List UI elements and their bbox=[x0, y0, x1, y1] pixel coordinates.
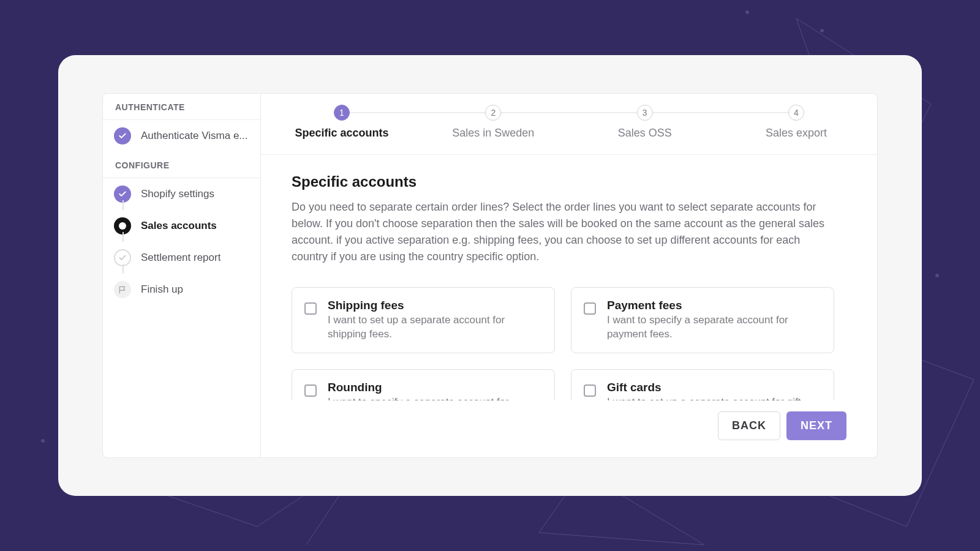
check-icon bbox=[114, 127, 131, 144]
svg-point-3 bbox=[42, 440, 45, 443]
option-title: Payment fees bbox=[607, 299, 820, 312]
option-desc: I want to set up a separate account for … bbox=[607, 395, 820, 400]
sidebar-item-shopify-settings[interactable]: Shopify settings bbox=[103, 178, 260, 210]
option-gift-cards[interactable]: Gift cards I want to set up a separate a… bbox=[571, 369, 834, 400]
step-sales-in-sweden[interactable]: 2 Sales in Sweden bbox=[444, 105, 542, 140]
page-title: Specific accounts bbox=[292, 173, 846, 190]
stepper: 1 Specific accounts 2 Sales in Sweden 3 … bbox=[261, 94, 877, 155]
svg-point-0 bbox=[821, 29, 824, 32]
flag-icon bbox=[114, 281, 131, 298]
sidebar-item-label: Finish up bbox=[141, 283, 183, 296]
option-shipping-fees[interactable]: Shipping fees I want to set up a separat… bbox=[292, 287, 555, 353]
checkbox[interactable] bbox=[304, 302, 317, 315]
option-title: Shipping fees bbox=[328, 299, 541, 312]
svg-point-1 bbox=[936, 274, 939, 277]
option-payment-fees[interactable]: Payment fees I want to specify a separat… bbox=[571, 287, 834, 353]
back-button[interactable]: BACK bbox=[718, 411, 780, 440]
step-specific-accounts[interactable]: 1 Specific accounts bbox=[293, 105, 391, 140]
sidebar-item-label: Sales accounts bbox=[141, 220, 217, 232]
sidebar-item-finish-up[interactable]: Finish up bbox=[103, 274, 260, 305]
step-label: Sales in Sweden bbox=[452, 127, 534, 140]
checkbox[interactable] bbox=[584, 302, 596, 315]
svg-point-4 bbox=[746, 11, 749, 14]
option-rounding[interactable]: Rounding I want to specify a separate ac… bbox=[292, 369, 555, 400]
setup-panel: AUTHENTICATE Authenticate Visma e... CON… bbox=[102, 93, 878, 458]
step-label: Sales export bbox=[766, 127, 827, 140]
step-sales-export[interactable]: 4 Sales export bbox=[747, 105, 845, 140]
sidebar-item-settlement-report[interactable]: Settlement report bbox=[103, 242, 260, 274]
stepper-connector bbox=[341, 112, 797, 113]
sidebar-group-authenticate: AUTHENTICATE bbox=[103, 94, 260, 120]
sidebar-group-configure: CONFIGURE bbox=[103, 152, 260, 178]
option-desc: I want to set up a separate account for … bbox=[328, 313, 541, 342]
sidebar-item-authenticate-visma[interactable]: Authenticate Visma e... bbox=[103, 120, 260, 152]
sidebar-item-label: Shopify settings bbox=[141, 188, 214, 200]
page-description: Do you need to separate certain order li… bbox=[292, 199, 824, 265]
option-title: Rounding bbox=[328, 381, 541, 394]
main-content: 1 Specific accounts 2 Sales in Sweden 3 … bbox=[261, 94, 877, 457]
step-number: 3 bbox=[637, 105, 653, 121]
window-card: AUTHENTICATE Authenticate Visma e... CON… bbox=[58, 55, 922, 496]
footer-actions: BACK NEXT bbox=[261, 400, 877, 457]
next-button[interactable]: NEXT bbox=[786, 411, 846, 440]
checkbox[interactable] bbox=[584, 384, 596, 397]
option-desc: I want to specify a separate account for… bbox=[607, 313, 820, 342]
option-desc: I want to specify a separate account for… bbox=[328, 395, 541, 400]
option-grid: Shipping fees I want to set up a separat… bbox=[292, 287, 846, 400]
step-number: 4 bbox=[788, 105, 804, 121]
sidebar: AUTHENTICATE Authenticate Visma e... CON… bbox=[103, 94, 261, 457]
step-sales-oss[interactable]: 3 Sales OSS bbox=[596, 105, 694, 140]
step-label: Specific accounts bbox=[295, 127, 388, 140]
sidebar-item-label: Settlement report bbox=[141, 252, 221, 264]
step-label: Sales OSS bbox=[618, 127, 672, 140]
step-number: 2 bbox=[485, 105, 501, 121]
step-number: 1 bbox=[334, 105, 350, 121]
sidebar-item-sales-accounts[interactable]: Sales accounts bbox=[103, 210, 260, 242]
checkbox[interactable] bbox=[304, 384, 317, 397]
sidebar-item-label: Authenticate Visma e... bbox=[141, 130, 248, 142]
option-title: Gift cards bbox=[607, 381, 820, 394]
content-section: Specific accounts Do you need to separat… bbox=[261, 155, 877, 400]
